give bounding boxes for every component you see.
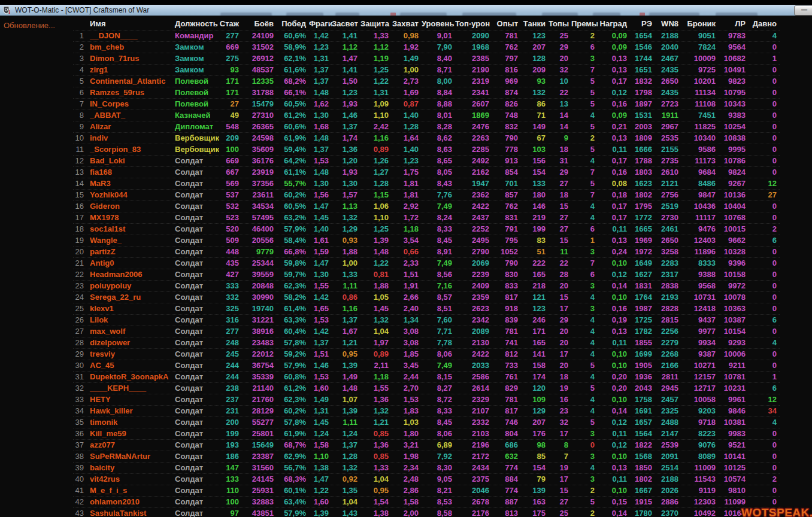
player-name[interactable]: DupektoR_3oonapkA	[86, 372, 171, 382]
player-name[interactable]: soc1al1st	[86, 224, 171, 235]
player-name[interactable]: Alizar	[86, 121, 171, 132]
player-name[interactable]: _Scorpion_83	[86, 144, 171, 155]
table-row[interactable]: 11_Scorpion_83Вербовщик1003560959,4%1,37…	[73, 144, 780, 156]
player-name[interactable]: Continental_Atlantic	[86, 76, 171, 87]
column-header[interactable]: Имя	[86, 18, 171, 30]
player-name[interactable]: Antig0	[86, 258, 171, 269]
table-row[interactable]: 15Yozhik044Солдат5372361160,2%1,561,571,…	[73, 190, 780, 201]
player-name[interactable]: MaR3	[86, 178, 171, 189]
table-row[interactable]: 6Ramzes_59rusПолевой1713178866,1%1,481,2…	[73, 87, 780, 99]
column-header[interactable]: Защита	[360, 18, 392, 30]
player-name[interactable]: Wangle_	[86, 235, 171, 246]
player-name[interactable]: bm_cheb	[86, 42, 171, 53]
table-row[interactable]: 10indivВербовщик2092459861,9%1,481,741,1…	[73, 133, 780, 144]
column-header[interactable]: Топ-урон	[455, 18, 492, 30]
player-name[interactable]: baicity	[86, 463, 171, 473]
table-row[interactable]: 34Hawk_killerСолдат2312812960,2%1,311,39…	[73, 406, 780, 417]
table-row[interactable]: 14MaR3Солдат5693735655,7%1,301,301,281,8…	[73, 178, 780, 190]
player-name[interactable]: SuPeRMaNArtur	[86, 451, 171, 462]
column-header[interactable]: WN8	[655, 18, 681, 30]
table-row[interactable]: 31DupektoR_3oonapkAСолдат2443533960,8%1,…	[73, 372, 780, 383]
table-row[interactable]: 32____KEPH____Солдат2382114061,2%1,601,4…	[73, 383, 780, 394]
player-name[interactable]: timonik	[86, 417, 171, 428]
column-header[interactable]: Захват	[392, 18, 422, 30]
player-name[interactable]: max_wolf	[86, 326, 171, 337]
player-name[interactable]: azz077	[86, 440, 171, 451]
table-row[interactable]: 20partizZСолдат448977966,8%1,591,881,480…	[73, 247, 780, 258]
player-name[interactable]: zirg1	[86, 65, 171, 75]
player-name[interactable]: ohlamon2010	[86, 497, 171, 507]
player-name[interactable]: Dimon_71rus	[86, 53, 171, 64]
table-row[interactable]: 25klexv1Солдат3251974061,4%1,651,161,452…	[73, 303, 780, 315]
player-name[interactable]: __DJON____	[86, 31, 171, 41]
table-row[interactable]: 8_ABBAT_Казначей492731061,2%1,301,461,10…	[73, 110, 780, 121]
player-name[interactable]: AC_45	[86, 360, 171, 371]
table-row[interactable]: 9AlizarДипломат5482636560,6%1,681,372,42…	[73, 121, 780, 133]
player-name[interactable]: tresviy	[86, 349, 171, 360]
table-row[interactable]: 28dizelpowerСолдат2482348357,8%1,371,211…	[73, 337, 780, 349]
player-name[interactable]: SashulaTankist	[86, 508, 171, 517]
table-row[interactable]: 41M_e_f_i_sСолдат1102593160,1%1,221,350,…	[73, 485, 780, 497]
player-name[interactable]: ____KEPH____	[86, 383, 171, 394]
table-row[interactable]: 42ohlamon2010Солдат1003288363,4%1,601,04…	[73, 497, 780, 508]
table-row[interactable]: 30AC_45Солдат2443675457,9%1,461,392,113,…	[73, 360, 780, 372]
player-name[interactable]: MX1978	[86, 212, 171, 223]
column-header[interactable]: Стаж	[219, 18, 242, 30]
column-header[interactable]: РЭ	[630, 18, 655, 30]
column-header[interactable]: Должность↑	[171, 18, 219, 30]
column-header[interactable]: Топы	[549, 18, 571, 30]
table-row[interactable]: 4zirg1Замком934853761,6%1,371,411,251,00…	[73, 65, 780, 76]
table-row[interactable]: 21Antig0Солдат4352534459,8%1,471,001,222…	[73, 258, 780, 269]
player-name[interactable]: poiuypoiuy	[86, 281, 171, 291]
table-row[interactable]: 7IN_CorpesПолевой271547960,5%1,621,931,0…	[73, 99, 780, 110]
player-name[interactable]: Headman2006	[86, 269, 171, 280]
table-row[interactable]: 38SuPeRMaNArturСолдат1862338762,9%1,101,…	[73, 451, 780, 463]
column-header[interactable]	[73, 18, 86, 30]
player-name[interactable]: Yozhik044	[86, 190, 171, 200]
column-header[interactable]: Танки	[521, 18, 549, 30]
player-name[interactable]: Lilok	[86, 315, 171, 326]
table-row[interactable]: 24Serega_22_ruСолдат3323099058,2%1,420,8…	[73, 292, 780, 303]
player-name[interactable]: partizZ	[86, 247, 171, 257]
player-name[interactable]: Ramzes_59rus	[86, 87, 171, 98]
titlebar[interactable]: i WOT-O-Matic - [CWOT] Craftsmen of War …	[0, 5, 812, 16]
table-row[interactable]: 22Headman2006Солдат4273955959,7%1,301,33…	[73, 269, 780, 281]
table-row[interactable]: 23poiuypoiuyСолдат3332084862,3%1,551,111…	[73, 281, 780, 292]
column-header[interactable]: Уровень	[422, 18, 455, 30]
table-row[interactable]: 16GideronСолдат5323453460,5%1,471,131,06…	[73, 201, 780, 212]
column-header[interactable]: Наград	[598, 18, 630, 30]
table-row[interactable]: 27max_wolfСолдат2773891660,4%1,421,671,0…	[73, 326, 780, 337]
table-row[interactable]: 37azz077Солдат1931564968,7%1,581,371,363…	[73, 440, 780, 451]
table-row[interactable]: 36Kill_me59Солдат1992580161,9%1,241,240,…	[73, 428, 780, 440]
table-row[interactable]: 29tresviyСолдат2452201259,2%1,510,950,89…	[73, 349, 780, 360]
table-row[interactable]: 3Dimon_71rusЗамком2752691262,1%1,311,471…	[73, 53, 780, 65]
table-row[interactable]: 43SashulaTankistСолдат974385157,9%1,391,…	[73, 508, 780, 517]
table-row[interactable]: 40vit42rusСолдат1332414568,3%1,470,921,0…	[73, 474, 780, 485]
player-name[interactable]: Bad_Loki	[86, 156, 171, 166]
table-row[interactable]: 19Wangle_Солдат5092055658,4%1,610,931,39…	[73, 235, 780, 247]
table-row[interactable]: 12Bad_LokiСолдат6693617664,2%1,531,201,2…	[73, 156, 780, 167]
table-row[interactable]: 33HETYСолдат2372176062,3%1,491,071,361,5…	[73, 394, 780, 406]
player-name[interactable]: Hawk_killer	[86, 406, 171, 416]
column-header[interactable]: Фраги	[309, 18, 332, 30]
minimize-button[interactable]: —	[794, 5, 812, 16]
player-name[interactable]: Kill_me59	[86, 428, 171, 439]
column-header[interactable]: ЛР	[719, 18, 749, 30]
table-row[interactable]: 18soc1al1stСолдат5204640057,9%1,401,291,…	[73, 224, 780, 235]
column-header[interactable]: Засвет	[332, 18, 360, 30]
table-row[interactable]: 13fia168Солдат6672391961,1%1,481,931,271…	[73, 167, 780, 178]
player-name[interactable]: Gideron	[86, 201, 171, 212]
table-row[interactable]: 1__DJON____Командир2772410960,6%1,421,41…	[73, 31, 780, 42]
column-header[interactable]: Броник	[681, 18, 719, 30]
column-header[interactable]: Побед	[277, 18, 309, 30]
player-name[interactable]: IN_Corpes	[86, 99, 171, 110]
table-row[interactable]: 5Continental_AtlanticПолевой1711233568,2…	[73, 76, 780, 87]
column-header[interactable]: Давно	[749, 18, 780, 30]
player-name[interactable]: fia168	[86, 167, 171, 178]
player-name[interactable]: indiv	[86, 133, 171, 144]
player-name[interactable]: dizelpower	[86, 337, 171, 348]
column-header[interactable]: Опыт	[492, 18, 521, 30]
column-header[interactable]: Боёв	[242, 18, 277, 30]
column-header[interactable]: Премы	[571, 18, 598, 30]
player-name[interactable]: _ABBAT_	[86, 110, 171, 121]
